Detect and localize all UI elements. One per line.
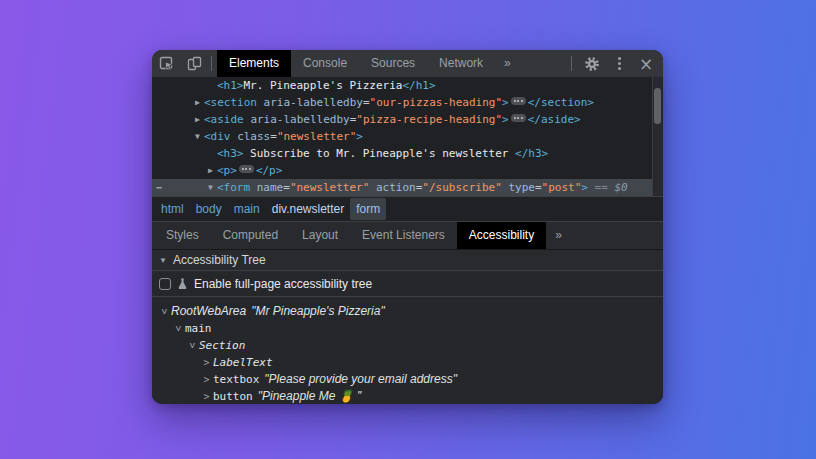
code-token: <div — [204, 130, 231, 143]
code-token: "our-pizzas-heading" — [370, 96, 502, 109]
kebab-menu-icon[interactable] — [607, 53, 631, 75]
expand-arrow-icon[interactable]: ▶ — [191, 111, 204, 128]
code-token: "/subscribe" — [422, 181, 501, 194]
tab-sources[interactable]: Sources — [359, 50, 427, 77]
code-token: aria-labelledby — [250, 113, 349, 126]
inspector-tab-event-listeners[interactable]: Event Listeners — [350, 222, 457, 249]
collapse-chevron-icon[interactable]: > — [156, 305, 173, 318]
a11y-role-label: LabelText — [213, 354, 273, 371]
code-token: > — [581, 181, 588, 194]
accessibility-tree-title: Accessibility Tree — [173, 253, 266, 267]
code-token: </p> — [256, 164, 283, 177]
code-token — [257, 96, 264, 109]
code-token: > — [356, 130, 363, 143]
code-token: <h1> — [217, 79, 244, 92]
breadcrumb-form[interactable]: form — [350, 198, 386, 220]
expand-ellipsis-icon[interactable] — [511, 97, 526, 105]
dom-line[interactable]: ▶<aside aria-labelledby="pizza-recipe-he… — [152, 111, 663, 128]
a11y-node-section[interactable]: >Section — [152, 337, 663, 354]
close-devtools-button[interactable]: × — [634, 53, 658, 75]
a11y-node-labeltext[interactable]: >LabelText — [152, 354, 663, 371]
inspector-tab-computed[interactable]: Computed — [211, 222, 290, 249]
inspector-tab-accessibility[interactable]: Accessibility — [457, 222, 546, 249]
gear-icon — [584, 56, 600, 72]
device-toolbar-icon[interactable] — [182, 53, 206, 75]
code-token: </h1> — [402, 79, 435, 92]
inspector-tab-list: StylesComputedLayoutEvent ListenersAcces… — [154, 222, 546, 249]
code-token: </h3> — [515, 147, 548, 160]
tab-network[interactable]: Network — [427, 50, 495, 77]
enable-fullpage-a11y-row: Enable full-page accessibility tree — [152, 271, 663, 297]
code-token: type — [508, 181, 535, 194]
code-token — [369, 181, 376, 194]
breadcrumb-div-newsletter[interactable]: div.newsletter — [266, 198, 350, 220]
panel-tabs: ElementsConsoleSourcesNetwork — [217, 50, 495, 77]
code-token: <h3> — [217, 147, 244, 160]
code-token: > — [502, 113, 509, 126]
expand-ellipsis-icon[interactable] — [239, 165, 254, 173]
code-token: aria-labelledby — [264, 96, 363, 109]
inspector-tab-layout[interactable]: Layout — [290, 222, 350, 249]
dom-line[interactable]: ▼<div class="newsletter"> — [152, 128, 663, 145]
scrollbar-thumb[interactable] — [654, 88, 661, 124]
expand-arrow-icon[interactable]: ▶ — [191, 94, 204, 111]
kebab-dots — [618, 57, 621, 70]
collapse-arrow-icon[interactable]: ▼ — [204, 179, 217, 196]
expand-chevron-icon[interactable]: > — [200, 388, 213, 404]
more-inspector-tabs-button[interactable]: » — [546, 222, 571, 249]
elements-dom-tree: <h1>Mr. Pineapple's Pizzeria</h1>▶<secti… — [152, 77, 663, 196]
a11y-role-label: button — [213, 388, 253, 404]
collapse-arrow-icon[interactable]: ▼ — [191, 128, 204, 145]
expand-chevron-icon[interactable]: > — [200, 371, 213, 388]
code-token: "newsletter" — [277, 130, 356, 143]
more-tabs-button[interactable]: » — [495, 50, 520, 77]
toolbar-divider — [211, 56, 212, 71]
breadcrumb-main[interactable]: main — [228, 198, 266, 220]
devtools-toolbar: ElementsConsoleSourcesNetwork » × — [152, 50, 663, 77]
a11y-role-label: main — [185, 320, 212, 337]
code-token: Subscribe to Mr. Pineapple's newsletter — [244, 147, 516, 160]
code-token: = — [363, 96, 370, 109]
code-token: <form — [217, 181, 250, 194]
a11y-node-button[interactable]: >button"Pineapple Me 🍍 " — [152, 388, 663, 404]
enable-fullpage-a11y-checkbox[interactable] — [159, 278, 171, 290]
enable-fullpage-a11y-label: Enable full-page accessibility tree — [194, 277, 372, 291]
a11y-node-main[interactable]: >main — [152, 320, 663, 337]
selected-line-gutter-dots: ⋯ — [156, 179, 163, 196]
collapse-chevron-icon[interactable]: > — [184, 339, 201, 352]
expand-chevron-icon[interactable]: > — [200, 354, 213, 371]
code-token: class — [237, 130, 270, 143]
dom-line[interactable]: ▶<p></p> — [152, 162, 663, 179]
desktop-background: { "colors": { "background_gradient": ["#… — [0, 0, 816, 459]
code-token: > — [502, 96, 509, 109]
dom-line[interactable]: ⋯▼<form name="newsletter" action="/subsc… — [152, 179, 663, 196]
accessibility-tree-section-header[interactable]: ▼ Accessibility Tree — [152, 250, 663, 271]
dom-line[interactable]: <h3> Subscribe to Mr. Pineapple's newsle… — [152, 145, 663, 162]
dom-line[interactable]: <h1>Mr. Pineapple's Pizzeria</h1> — [152, 77, 663, 94]
a11y-node-rootwebarea[interactable]: >RootWebArea"Mr Pineapple's Pizzeria" — [152, 303, 663, 320]
collapse-chevron-icon[interactable]: > — [170, 322, 187, 335]
dom-line[interactable]: ▶<section aria-labelledby="our-pizzas-he… — [152, 94, 663, 111]
inspector-tab-styles[interactable]: Styles — [154, 222, 211, 249]
code-token: == $0 — [588, 181, 628, 194]
tab-console[interactable]: Console — [291, 50, 359, 77]
a11y-accessible-name: "Pineapple Me 🍍 " — [258, 388, 362, 404]
code-token: "newsletter" — [290, 181, 369, 194]
breadcrumb-html[interactable]: html — [155, 198, 190, 220]
settings-gear-icon[interactable] — [580, 53, 604, 75]
expand-ellipsis-icon[interactable] — [511, 114, 526, 122]
a11y-role-label: Section — [199, 337, 245, 354]
code-token: </section> — [528, 96, 594, 109]
inspect-element-icon[interactable] — [155, 53, 179, 75]
code-token: "post" — [542, 181, 582, 194]
code-token: </aside> — [528, 113, 581, 126]
expand-arrow-icon[interactable]: ▶ — [204, 162, 217, 179]
a11y-node-textbox[interactable]: >textbox"Please provide your email addre… — [152, 371, 663, 388]
elements-scrollbar[interactable] — [652, 77, 663, 196]
code-token: name — [257, 181, 284, 194]
a11y-role-label: RootWebArea — [171, 303, 246, 320]
a11y-role-label: textbox — [213, 371, 259, 388]
code-token: = — [270, 130, 277, 143]
tab-elements[interactable]: Elements — [217, 50, 291, 77]
breadcrumb-body[interactable]: body — [190, 198, 228, 220]
